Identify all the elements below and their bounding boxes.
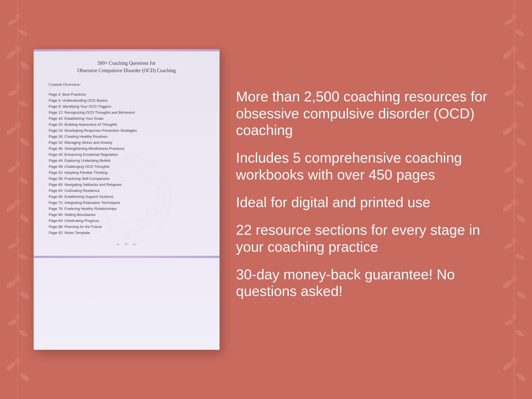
toc-item: Page 4: Understanding OCD Basics: [49, 97, 204, 103]
svg-point-14: [18, 176, 28, 185]
svg-point-64: [105, 161, 148, 238]
svg-point-38: [503, 89, 514, 97]
svg-point-53: [501, 279, 513, 289]
feature-block-feature-2: Includes 5 comprehensive coaching workbo…: [236, 149, 498, 191]
toc-item: Page 2: Best Practices: [49, 91, 204, 97]
svg-point-69: [160, 195, 170, 204]
svg-point-22: [5, 279, 17, 289]
svg-point-32: [503, 17, 514, 26]
svg-point-7: [7, 89, 17, 97]
svg-point-34: [511, 14, 517, 19]
feature-text-feature-1: More than 2,500 coaching resources for o…: [236, 88, 498, 139]
svg-point-40: [511, 85, 517, 90]
svg-point-5: [19, 60, 30, 71]
svg-point-12: [14, 122, 21, 129]
svg-point-42: [515, 137, 527, 147]
svg-point-19: [7, 242, 17, 250]
svg-point-55: [511, 275, 518, 282]
svg-point-60: [515, 372, 527, 383]
document-watermark: [72, 145, 181, 254]
svg-point-54: [515, 290, 527, 300]
toc-item: Page 28: Creating Healthy Routines: [49, 133, 204, 139]
svg-point-44: [503, 165, 514, 174]
feature-text-feature-4: 22 resource sections for every stage in …: [236, 222, 498, 255]
svg-point-21: [15, 238, 21, 243]
bottom-pattern-decoration: ❧ ✦ ❧: [49, 241, 204, 248]
svg-point-51: [514, 253, 525, 261]
floral-right-decoration: [496, 0, 532, 399]
svg-point-25: [7, 318, 17, 327]
svg-point-39: [514, 100, 525, 108]
svg-point-1: [7, 17, 17, 26]
svg-point-29: [19, 372, 30, 383]
svg-point-56: [503, 318, 514, 327]
svg-point-49: [511, 199, 518, 206]
toc-item: Page 32: Managing Stress and Anxiety: [49, 139, 204, 145]
features-panel: More than 2,500 coaching resources for o…: [236, 88, 498, 311]
svg-point-50: [503, 242, 514, 250]
document-title: 500+ Coaching Questions for Obsessive Co…: [49, 60, 204, 74]
svg-point-46: [511, 161, 517, 167]
toc-item: Page 12: Recognizing OCD Thoughts and Be…: [49, 109, 204, 115]
svg-point-65: [88, 178, 165, 221]
svg-point-37: [511, 46, 518, 52]
svg-point-61: [511, 357, 518, 364]
svg-point-36: [515, 60, 527, 71]
svg-point-52: [511, 238, 517, 243]
feature-text-feature-2: Includes 5 comprehensive coaching workbo…: [236, 149, 498, 183]
svg-point-68: [83, 195, 93, 204]
svg-point-63: [94, 167, 159, 232]
svg-point-33: [514, 28, 525, 37]
floral-left-decoration: [0, 0, 36, 399]
feature-text-feature-3: Ideal for digital and printed use: [236, 194, 498, 211]
svg-point-45: [514, 176, 525, 185]
svg-point-3: [15, 14, 21, 19]
svg-point-43: [511, 122, 518, 129]
feature-block-feature-4: 22 resource sections for every stage in …: [236, 222, 498, 263]
toc-item: Page 20: Building Awareness of Thoughts: [49, 121, 204, 127]
svg-point-41: [501, 126, 513, 136]
svg-point-62: [83, 156, 170, 243]
feature-block-feature-1: More than 2,500 coaching resources for o…: [236, 88, 498, 147]
feature-text-feature-5: 30-day money-back guarantee! No question…: [236, 266, 498, 300]
svg-point-24: [14, 275, 21, 282]
feature-block-feature-3: Ideal for digital and printed use: [236, 194, 498, 219]
content-overview-label: Content Overview:: [49, 82, 204, 87]
svg-point-27: [15, 314, 21, 320]
svg-point-48: [515, 213, 527, 224]
main-container: 500+ Coaching Questions for Obsessive Co…: [34, 49, 498, 350]
svg-point-8: [18, 100, 28, 108]
svg-point-66: [122, 156, 131, 166]
toc-item: Page 16: Establishing Your Goals: [49, 115, 204, 121]
svg-point-57: [514, 329, 525, 338]
svg-point-13: [7, 165, 17, 174]
svg-point-10: [5, 126, 17, 136]
svg-point-11: [19, 137, 30, 147]
svg-point-9: [15, 85, 21, 90]
document-panel: 500+ Coaching Questions for Obsessive Co…: [34, 49, 220, 350]
doc-bottom-border: [34, 256, 220, 258]
toc-item: Page 24: Developing Response Prevention …: [49, 127, 204, 133]
svg-point-6: [14, 46, 21, 52]
doc-top-border: [34, 49, 220, 51]
svg-point-58: [511, 314, 517, 320]
svg-point-2: [18, 28, 28, 37]
svg-point-26: [18, 329, 28, 338]
svg-point-15: [15, 161, 21, 167]
svg-point-20: [18, 253, 28, 261]
toc-item: Page 8: Identifying Your OCD Triggers: [49, 103, 204, 109]
svg-point-18: [14, 199, 21, 206]
feature-block-feature-5: 30-day money-back guarantee! No question…: [236, 266, 498, 308]
svg-point-17: [19, 213, 30, 224]
svg-point-23: [19, 290, 30, 300]
svg-point-30: [14, 357, 21, 364]
